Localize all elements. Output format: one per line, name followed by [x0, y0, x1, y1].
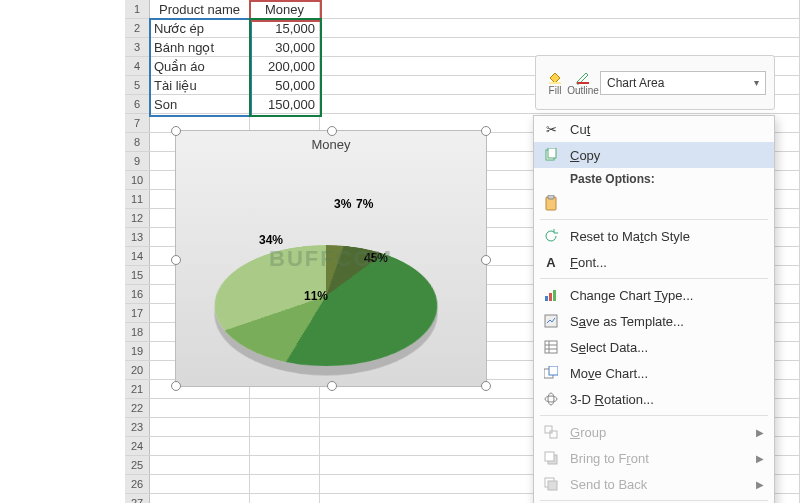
row-header[interactable]: 17: [125, 304, 150, 322]
row-header[interactable]: 9: [125, 152, 150, 170]
cell-name[interactable]: Bánh ngọt: [150, 38, 250, 56]
row-header[interactable]: 1: [125, 0, 150, 18]
separator: [540, 278, 768, 279]
bring-front-icon: [542, 449, 560, 467]
row-header[interactable]: 24: [125, 437, 150, 455]
resize-handle[interactable]: [171, 255, 181, 265]
pie-plot[interactable]: [216, 186, 436, 356]
chart-title[interactable]: Money: [176, 137, 486, 152]
resize-handle[interactable]: [327, 126, 337, 136]
mini-toolbar[interactable]: Fill Outline Chart Area ▾: [535, 55, 775, 110]
menu-paste-option[interactable]: [534, 190, 774, 216]
svg-rect-5: [548, 195, 554, 199]
row-header[interactable]: 25: [125, 456, 150, 474]
resize-handle[interactable]: [171, 381, 181, 391]
col-header-product[interactable]: Product name: [150, 0, 250, 18]
svg-rect-21: [545, 452, 554, 461]
menu-3d-rotation[interactable]: 3-D Rotation...: [534, 386, 774, 412]
context-menu: ✂ Cut Copy Paste Options: Reset to Match…: [533, 115, 775, 503]
copy-icon: [542, 146, 560, 164]
cell-name[interactable]: Quần áo: [150, 57, 250, 75]
resize-handle[interactable]: [481, 255, 491, 265]
pie-label: 11%: [304, 289, 328, 303]
svg-rect-19: [550, 431, 557, 438]
reset-icon: [542, 227, 560, 245]
pie-label: 34%: [259, 233, 283, 247]
select-data-icon: [542, 338, 560, 356]
separator: [540, 500, 768, 501]
resize-handle[interactable]: [171, 126, 181, 136]
col-header-money[interactable]: Money: [250, 0, 320, 18]
cell-money[interactable]: 30,000: [250, 38, 320, 56]
menu-copy[interactable]: Copy: [534, 142, 774, 168]
menu-select-data[interactable]: Select Data...: [534, 334, 774, 360]
chart-type-icon: [542, 286, 560, 304]
row-header[interactable]: 5: [125, 76, 150, 94]
clipboard-icon: [542, 194, 560, 212]
resize-handle[interactable]: [481, 381, 491, 391]
row-header[interactable]: 18: [125, 323, 150, 341]
submenu-arrow-icon: ▶: [756, 479, 764, 490]
row-header[interactable]: 13: [125, 228, 150, 246]
cell-name[interactable]: Tài liệu: [150, 76, 250, 94]
row-header[interactable]: 7: [125, 114, 150, 132]
pie-label: 7%: [356, 197, 373, 211]
svg-rect-3: [548, 148, 556, 158]
resize-handle[interactable]: [481, 126, 491, 136]
row-header[interactable]: 16: [125, 285, 150, 303]
chart-element-combo[interactable]: Chart Area ▾: [600, 71, 766, 95]
row-header[interactable]: 21: [125, 380, 150, 398]
row-header[interactable]: 8: [125, 133, 150, 151]
cell-money[interactable]: 50,000: [250, 76, 320, 94]
save-template-icon: [542, 312, 560, 330]
row-header[interactable]: 15: [125, 266, 150, 284]
row-header[interactable]: 11: [125, 190, 150, 208]
row-header[interactable]: 22: [125, 399, 150, 417]
svg-point-17: [548, 393, 554, 405]
cell-money[interactable]: 15,000: [250, 19, 320, 37]
svg-rect-18: [545, 426, 552, 433]
resize-handle[interactable]: [327, 381, 337, 391]
move-chart-icon: [542, 364, 560, 382]
fill-button[interactable]: Fill: [544, 69, 566, 97]
outline-label: Outline: [567, 85, 599, 96]
cell-name[interactable]: Son: [150, 95, 250, 113]
menu-font[interactable]: A Font...: [534, 249, 774, 275]
svg-rect-6: [545, 296, 548, 301]
paste-options-header: Paste Options:: [534, 168, 774, 190]
cell-money[interactable]: 200,000: [250, 57, 320, 75]
row-header[interactable]: 2: [125, 19, 150, 37]
row-header[interactable]: 6: [125, 95, 150, 113]
row-header[interactable]: 4: [125, 57, 150, 75]
outline-button[interactable]: Outline: [572, 69, 594, 97]
embedded-chart[interactable]: Money 3% 7% 45% 11% 34% BUFFCOM: [175, 130, 487, 387]
svg-rect-23: [548, 481, 557, 490]
rotation-3d-icon: [542, 390, 560, 408]
row-header[interactable]: 12: [125, 209, 150, 227]
row-header[interactable]: 26: [125, 475, 150, 493]
svg-rect-0: [549, 82, 561, 84]
row-header[interactable]: 19: [125, 342, 150, 360]
menu-send-back: Send to Back ▶: [534, 471, 774, 497]
row-header[interactable]: 20: [125, 361, 150, 379]
cell-name[interactable]: Nước ép: [150, 19, 250, 37]
separator: [540, 219, 768, 220]
menu-reset-style[interactable]: Reset to Match Style: [534, 223, 774, 249]
pen-outline-icon: [575, 69, 591, 85]
row-header[interactable]: 14: [125, 247, 150, 265]
scissors-icon: ✂: [542, 120, 560, 138]
combo-value: Chart Area: [607, 76, 664, 90]
font-icon: A: [542, 253, 560, 271]
submenu-arrow-icon: ▶: [756, 453, 764, 464]
svg-point-16: [545, 396, 557, 402]
row-header[interactable]: 23: [125, 418, 150, 436]
menu-save-template[interactable]: Save as Template...: [534, 308, 774, 334]
row-header[interactable]: 10: [125, 171, 150, 189]
row-header[interactable]: 3: [125, 38, 150, 56]
cell-money[interactable]: 150,000: [250, 95, 320, 113]
svg-rect-8: [553, 290, 556, 301]
menu-cut[interactable]: ✂ Cut: [534, 116, 774, 142]
menu-move-chart[interactable]: Move Chart...: [534, 360, 774, 386]
row-header[interactable]: 27: [125, 494, 150, 503]
menu-change-chart-type[interactable]: Change Chart Type...: [534, 282, 774, 308]
